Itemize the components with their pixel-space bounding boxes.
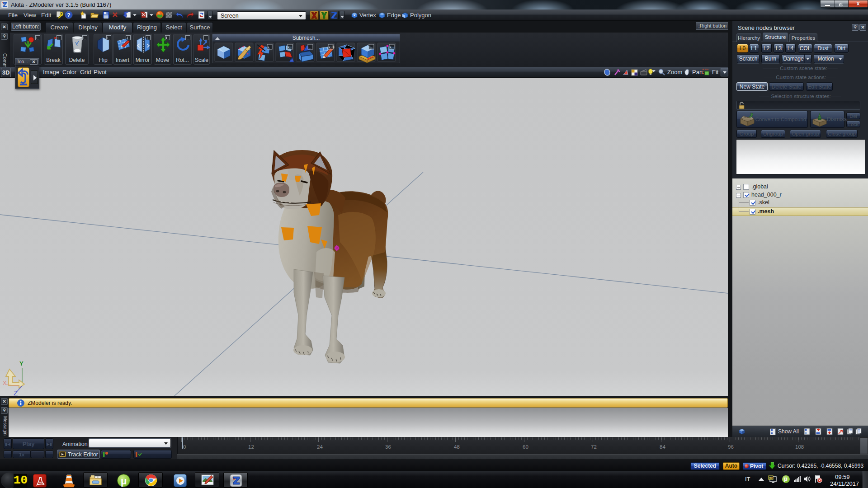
svg-text:99: 99 xyxy=(769,476,773,479)
svg-text:X: X xyxy=(3,380,7,386)
svg-text:Y: Y xyxy=(19,360,24,367)
svg-text:Z: Z xyxy=(14,389,18,396)
